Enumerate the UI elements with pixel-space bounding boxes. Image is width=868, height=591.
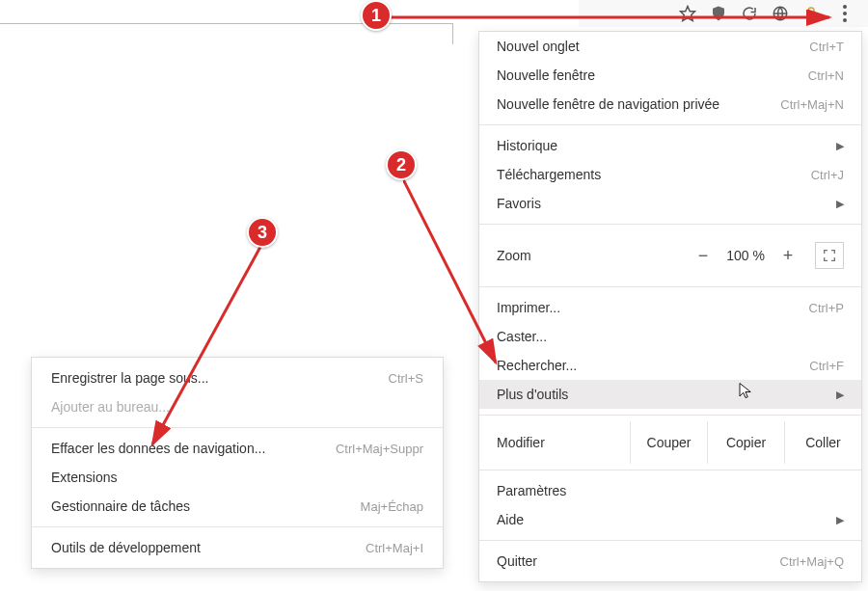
star-icon[interactable] bbox=[679, 5, 696, 22]
shortcut-text: Ctrl+Maj+N bbox=[780, 97, 844, 112]
submenu-label: Extensions bbox=[51, 470, 423, 485]
more-tools-submenu: Enregistrer la page sous... Ctrl+S Ajout… bbox=[31, 357, 444, 569]
menu-label: Nouvel onglet bbox=[497, 39, 809, 54]
svg-rect-2 bbox=[807, 13, 816, 19]
submenu-item-dev-tools[interactable]: Outils de développement Ctrl+Maj+I bbox=[32, 533, 443, 562]
menu-label: Imprimer... bbox=[497, 300, 809, 315]
annotation-badge-3: 3 bbox=[247, 217, 278, 248]
submenu-label: Outils de développement bbox=[51, 540, 366, 555]
shortcut-text: Ctrl+N bbox=[808, 68, 844, 83]
menu-label: Plus d'outils bbox=[497, 387, 828, 402]
modify-label: Modifier bbox=[497, 435, 630, 450]
menu-button[interactable] bbox=[833, 2, 856, 25]
annotation-badge-1: 1 bbox=[361, 0, 392, 31]
menu-separator bbox=[479, 124, 861, 125]
shortcut-text: Ctrl+T bbox=[809, 40, 844, 54]
annotation-badge-2: 2 bbox=[386, 149, 417, 180]
menu-item-settings[interactable]: Paramètres bbox=[479, 476, 861, 505]
chrome-main-menu: Nouvel onglet Ctrl+T Nouvelle fenêtre Ct… bbox=[478, 31, 862, 582]
shortcut-text: Ctrl+S bbox=[389, 371, 423, 386]
menu-item-new-window[interactable]: Nouvelle fenêtre Ctrl+N bbox=[479, 61, 861, 90]
refresh-icon[interactable] bbox=[741, 5, 758, 22]
submenu-item-clear-data[interactable]: Effacer les données de navigation... Ctr… bbox=[32, 434, 443, 463]
menu-label: Historique bbox=[497, 138, 828, 153]
menu-separator bbox=[479, 415, 861, 416]
submenu-item-save-page[interactable]: Enregistrer la page sous... Ctrl+S bbox=[32, 363, 443, 392]
menu-item-history[interactable]: Historique ▶ bbox=[479, 131, 861, 160]
lock-icon[interactable] bbox=[802, 5, 820, 22]
submenu-item-extensions[interactable]: Extensions bbox=[32, 463, 443, 492]
menu-separator bbox=[479, 470, 861, 470]
zoom-value: 100 % bbox=[717, 248, 774, 263]
menu-item-new-tab[interactable]: Nouvel onglet Ctrl+T bbox=[479, 32, 861, 61]
menu-label: Rechercher... bbox=[497, 358, 809, 373]
zoom-minus-button[interactable]: − bbox=[690, 242, 717, 269]
menu-item-print[interactable]: Imprimer... Ctrl+P bbox=[479, 293, 861, 322]
submenu-label: Ajouter au bureau... bbox=[51, 399, 423, 415]
menu-separator bbox=[479, 224, 861, 225]
shortcut-text: Ctrl+F bbox=[809, 359, 844, 373]
svg-marker-0 bbox=[681, 7, 695, 21]
menu-item-downloads[interactable]: Téléchargements Ctrl+J bbox=[479, 160, 861, 189]
menu-item-cast[interactable]: Caster... bbox=[479, 322, 861, 351]
globe-icon[interactable] bbox=[772, 5, 789, 22]
menu-label: Aide bbox=[497, 512, 828, 527]
shortcut-text: Ctrl+Maj+I bbox=[366, 541, 423, 555]
cut-button[interactable]: Couper bbox=[630, 421, 707, 464]
chevron-right-icon: ▶ bbox=[836, 140, 844, 152]
menu-item-help[interactable]: Aide ▶ bbox=[479, 505, 861, 534]
cursor-icon bbox=[737, 380, 754, 404]
shortcut-text: Ctrl+J bbox=[811, 168, 844, 182]
menu-item-modify: Modifier Couper Copier Coller bbox=[479, 421, 861, 464]
menu-label: Téléchargements bbox=[497, 167, 811, 182]
menu-item-zoom: Zoom − 100 % + bbox=[479, 230, 861, 281]
chevron-right-icon: ▶ bbox=[836, 514, 844, 526]
menu-separator bbox=[479, 540, 861, 541]
menu-label: Favoris bbox=[497, 196, 828, 211]
zoom-label: Zoom bbox=[497, 248, 690, 263]
submenu-label: Effacer les données de navigation... bbox=[51, 441, 336, 456]
menu-separator bbox=[479, 286, 861, 287]
menu-item-favorites[interactable]: Favoris ▶ bbox=[479, 189, 861, 218]
shortcut-text: Ctrl+P bbox=[809, 301, 844, 315]
shortcut-text: Maj+Échap bbox=[361, 499, 423, 514]
menu-label: Quitter bbox=[497, 553, 780, 569]
submenu-item-task-manager[interactable]: Gestionnaire de tâches Maj+Échap bbox=[32, 492, 443, 521]
chevron-right-icon: ▶ bbox=[836, 389, 844, 401]
submenu-separator bbox=[32, 427, 443, 428]
copy-button[interactable]: Copier bbox=[707, 421, 784, 464]
menu-label: Caster... bbox=[497, 329, 844, 344]
menu-item-new-incognito[interactable]: Nouvelle fenêtre de navigation privée Ct… bbox=[479, 90, 861, 119]
menu-item-quit[interactable]: Quitter Ctrl+Maj+Q bbox=[479, 547, 861, 576]
paste-button[interactable]: Coller bbox=[784, 421, 861, 464]
menu-item-more-tools[interactable]: Plus d'outils ▶ bbox=[479, 380, 861, 409]
menu-label: Nouvelle fenêtre de navigation privée bbox=[497, 96, 780, 112]
fullscreen-button[interactable] bbox=[815, 242, 844, 269]
menu-label: Nouvelle fenêtre bbox=[497, 67, 808, 83]
shield-icon[interactable] bbox=[710, 5, 727, 22]
chevron-right-icon: ▶ bbox=[836, 198, 844, 210]
menu-label: Paramètres bbox=[497, 483, 844, 498]
shortcut-text: Ctrl+Maj+Q bbox=[780, 554, 844, 569]
browser-toolbar bbox=[579, 0, 868, 27]
submenu-label: Gestionnaire de tâches bbox=[51, 498, 361, 514]
zoom-plus-button[interactable]: + bbox=[774, 242, 801, 269]
submenu-separator bbox=[32, 526, 443, 527]
menu-item-find[interactable]: Rechercher... Ctrl+F bbox=[479, 351, 861, 380]
submenu-item-add-desktop: Ajouter au bureau... bbox=[32, 392, 443, 421]
submenu-label: Enregistrer la page sous... bbox=[51, 370, 389, 386]
shortcut-text: Ctrl+Maj+Suppr bbox=[336, 442, 423, 456]
